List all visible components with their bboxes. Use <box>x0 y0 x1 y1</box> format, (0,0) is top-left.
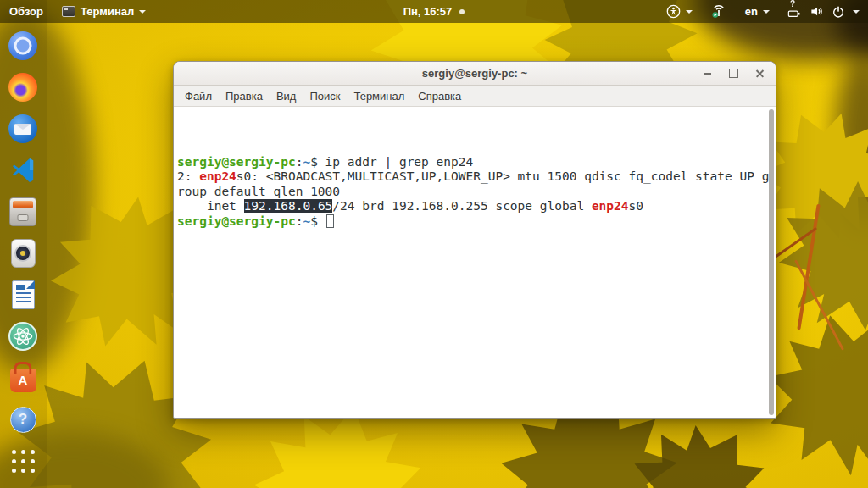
atom-icon <box>8 322 37 351</box>
volume-icon <box>810 4 824 19</box>
speaker-dot <box>20 251 25 256</box>
app-menu[interactable]: Терминал <box>53 0 155 23</box>
vscode-icon <box>8 156 37 185</box>
window-controls <box>698 66 776 81</box>
terminal-line: roup default qlen 1000 <box>177 185 764 200</box>
maximize-button[interactable] <box>724 66 743 81</box>
thunderbird-icon <box>8 114 37 143</box>
speaker-cone <box>14 245 31 262</box>
clock-label: Пн, 16:57 <box>403 5 453 18</box>
clock-button[interactable]: Пн, 16:57 <box>394 5 475 18</box>
battery-status-glyph: ? <box>790 0 795 8</box>
menu-item[interactable]: Вид <box>270 87 303 105</box>
chevron-down-icon <box>853 10 860 14</box>
dock-item-files[interactable] <box>8 197 38 227</box>
system-menu[interactable]: ? <box>779 0 868 23</box>
notification-dot <box>459 9 465 14</box>
chevron-down-icon <box>763 10 770 14</box>
app-menu-label: Терминал <box>81 5 134 18</box>
keyboard-layout-label: en <box>745 5 758 18</box>
terminal-line: sergiy@sergiy-pc:~$ ip addr | grep enp24 <box>177 155 764 170</box>
accessibility-icon <box>666 4 681 19</box>
software-letter: A <box>19 373 28 387</box>
menu-item[interactable]: Справка <box>411 87 468 105</box>
terminal-window: sergiy@sergiy-pc: ~ ФайлПравкаВидПоискТе… <box>173 61 776 419</box>
help-icon: ? <box>10 407 36 433</box>
menu-item[interactable]: Поиск <box>303 87 347 105</box>
chevron-down-icon <box>686 10 693 14</box>
dock-item-vscode[interactable] <box>8 155 38 186</box>
keyboard-layout-menu[interactable]: en <box>736 0 779 23</box>
rhythmbox-speaker-icon <box>11 239 36 268</box>
menu-item[interactable]: Правка <box>219 87 270 105</box>
chromium-icon <box>8 31 37 60</box>
chevron-down-icon <box>139 10 146 14</box>
terminal-scrollbar[interactable] <box>769 109 774 415</box>
terminal-line: sergiy@sergiy-pc:~$ <box>177 214 764 230</box>
help-question-glyph: ? <box>19 411 27 428</box>
close-button[interactable] <box>750 66 769 81</box>
window-titlebar[interactable]: sergiy@sergiy-pc: ~ <box>174 62 776 86</box>
power-icon <box>832 5 845 19</box>
menu-item[interactable]: Файл <box>178 87 219 105</box>
network-signal-icon <box>711 4 726 19</box>
dock-item-writer[interactable] <box>8 280 38 310</box>
battery-unknown-icon: ? <box>787 5 802 19</box>
dock: A ? <box>0 23 47 476</box>
dock-item-rhythmbox[interactable] <box>8 238 38 269</box>
accessibility-menu[interactable] <box>657 0 702 23</box>
dock-item-atom[interactable] <box>8 321 38 352</box>
terminal-line: inet 192.168.0.65/24 brd 192.168.0.255 s… <box>177 199 764 214</box>
envelope-icon <box>14 124 31 135</box>
show-applications-icon <box>12 450 35 473</box>
dock-item-show-applications[interactable] <box>8 446 38 476</box>
dock-item-help[interactable]: ? <box>8 404 38 435</box>
minimize-button[interactable] <box>698 66 716 81</box>
network-indicator[interactable] <box>702 0 736 23</box>
terminal-body[interactable]: sergiy@sergiy-pc:~$ ip addr | grep enp24… <box>174 107 776 418</box>
dock-item-chromium[interactable] <box>8 30 38 61</box>
activities-label: Обзор <box>9 5 43 18</box>
ubuntu-software-icon: A <box>10 369 36 392</box>
firefox-icon <box>8 73 37 102</box>
dock-item-thunderbird[interactable] <box>8 114 38 144</box>
window-title: sergiy@sergiy-pc: ~ <box>174 67 776 80</box>
dock-item-ubuntu-software[interactable]: A <box>8 363 38 393</box>
menu-item[interactable]: Терминал <box>347 87 411 105</box>
dock-item-firefox[interactable] <box>8 72 38 103</box>
terminal-menubar: ФайлПравкаВидПоискТерминалСправка <box>174 86 776 107</box>
terminal-output: sergiy@sergiy-pc:~$ ip addr | grep enp24… <box>174 107 776 229</box>
activities-button[interactable]: Обзор <box>0 0 53 23</box>
terminal-app-icon <box>62 6 75 17</box>
files-cabinet-icon <box>9 197 36 226</box>
terminal-line: 2: enp24s0: <BROADCAST,MULTICAST,UP,LOWE… <box>177 169 764 185</box>
libreoffice-writer-icon <box>12 280 35 309</box>
top-bar: Обзор Терминал Пн, 16:57 <box>0 0 868 23</box>
document-image-thumb <box>16 285 25 290</box>
